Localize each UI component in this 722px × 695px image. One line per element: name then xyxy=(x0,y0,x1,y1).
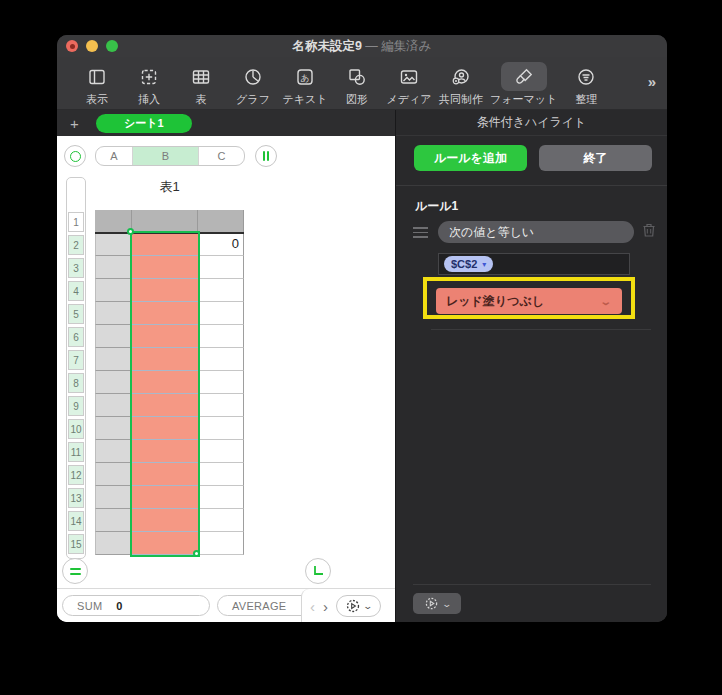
row-number-14[interactable]: 14 xyxy=(68,511,84,531)
chart-icon xyxy=(243,67,263,87)
toolbar-item-label: フォーマット xyxy=(490,92,557,107)
table-cell[interactable] xyxy=(95,256,132,279)
toolbar-item-table[interactable]: 表 xyxy=(178,62,224,107)
column-ref-b[interactable]: B xyxy=(133,147,199,165)
table-cell[interactable] xyxy=(95,532,132,555)
table-cell[interactable] xyxy=(95,463,132,486)
table-cell[interactable] xyxy=(198,394,244,417)
table-cell[interactable] xyxy=(95,417,132,440)
add-rule-button[interactable]: ルールを追加 xyxy=(414,145,527,171)
table-cell[interactable] xyxy=(198,348,244,371)
row-number-1[interactable]: 1 xyxy=(68,212,84,232)
svg-text:あ: あ xyxy=(300,72,309,82)
add-sheet-button[interactable]: + xyxy=(70,115,96,132)
table-cell[interactable] xyxy=(95,325,132,348)
table-cell[interactable] xyxy=(95,440,132,463)
table-cell[interactable] xyxy=(95,348,132,371)
table-cell[interactable]: 0 xyxy=(198,233,244,256)
done-button[interactable]: 終了 xyxy=(539,145,652,171)
row-number-15[interactable]: 15 xyxy=(68,534,84,554)
toolbar-item-view[interactable]: 表示 xyxy=(74,62,120,107)
toolbar-item-insert[interactable]: 挿入 xyxy=(126,62,172,107)
cell-reference-token[interactable]: $C$2 ▾ xyxy=(444,256,493,272)
row-number-8[interactable]: 8 xyxy=(68,373,84,393)
toolbar-item-format[interactable]: フォーマット xyxy=(490,62,557,107)
row-number-4[interactable]: 4 xyxy=(68,281,84,301)
table-cell[interactable] xyxy=(198,325,244,348)
table-cell[interactable] xyxy=(95,279,132,302)
minimize-button[interactable] xyxy=(86,40,98,52)
toolbar-item-label: グラフ xyxy=(236,92,270,107)
style-dropdown[interactable]: レッド塗りつぶし ⌄ xyxy=(436,288,622,314)
pause-handle-button[interactable] xyxy=(255,145,277,167)
toolbar-item-organize[interactable]: 整理 xyxy=(563,62,609,107)
toolbar-item-text[interactable]: あテキスト xyxy=(282,62,328,107)
prev-arrow-icon[interactable]: ‹ xyxy=(310,598,315,615)
sheet-tab[interactable]: シート1 xyxy=(96,114,192,133)
rule-options-button[interactable]: ⌄ xyxy=(413,593,461,614)
table-cell[interactable] xyxy=(198,532,244,555)
table-cell[interactable] xyxy=(95,371,132,394)
selection-handle-top[interactable] xyxy=(127,228,134,235)
table-cell[interactable] xyxy=(95,302,132,325)
zoom-button[interactable] xyxy=(106,40,118,52)
toolbar-overflow-chevron-icon[interactable]: » xyxy=(648,73,654,90)
table-cell[interactable] xyxy=(198,302,244,325)
toolbar-item-chart[interactable]: グラフ xyxy=(230,62,276,107)
header-cell-c[interactable] xyxy=(198,210,244,233)
rule-value-field[interactable]: $C$2 ▾ xyxy=(438,253,630,275)
toolbar-item-label: 挿入 xyxy=(138,92,160,107)
table-header-row[interactable] xyxy=(95,210,244,233)
table-cell[interactable] xyxy=(95,233,132,256)
row-number-9[interactable]: 9 xyxy=(68,396,84,416)
row-number-7[interactable]: 7 xyxy=(68,350,84,370)
table-cell[interactable] xyxy=(95,486,132,509)
rule-drag-handle[interactable] xyxy=(413,227,428,238)
sum-pill[interactable]: SUM 0 xyxy=(62,595,210,616)
panel-bottom-divider xyxy=(413,584,651,585)
column-ref-c[interactable]: C xyxy=(199,147,244,165)
table-cell[interactable] xyxy=(198,256,244,279)
table-title: 表1 xyxy=(95,178,244,196)
table-cell[interactable] xyxy=(198,279,244,302)
selection-handle-bottom[interactable] xyxy=(193,550,200,557)
selection-border-b2-b15[interactable] xyxy=(130,231,200,557)
table-cell[interactable] xyxy=(198,371,244,394)
table-cell[interactable] xyxy=(95,509,132,532)
calc-options-button[interactable]: ⌄ xyxy=(336,595,381,617)
row-number-11[interactable]: 11 xyxy=(68,442,84,462)
toolbar-item-collaborate[interactable]: 共同制作 xyxy=(438,62,484,107)
header-cell-b[interactable] xyxy=(132,210,198,233)
table-resize-button[interactable] xyxy=(305,558,331,584)
next-arrow-icon[interactable]: › xyxy=(323,598,328,615)
row-number-2[interactable]: 2 xyxy=(68,235,84,255)
toolbar-item-media[interactable]: メディア xyxy=(386,62,432,107)
row-number-3[interactable]: 3 xyxy=(68,258,84,278)
table-cell[interactable] xyxy=(198,486,244,509)
table-cell[interactable] xyxy=(198,463,244,486)
table-cell[interactable] xyxy=(198,440,244,463)
table-cell[interactable] xyxy=(95,394,132,417)
condition-dropdown[interactable]: 次の値と等しい xyxy=(438,221,634,243)
close-button[interactable] xyxy=(66,40,78,52)
table-cell[interactable] xyxy=(198,509,244,532)
row-number-12[interactable]: 12 xyxy=(68,465,84,485)
panel-title: 条件付きハイライト xyxy=(396,110,667,136)
toolbar-item-shape[interactable]: 図形 xyxy=(334,62,380,107)
row-number-5[interactable]: 5 xyxy=(68,304,84,324)
delete-rule-button[interactable] xyxy=(642,222,656,242)
table-handle-button[interactable] xyxy=(64,145,86,167)
row-number-10[interactable]: 10 xyxy=(68,419,84,439)
add-row-button[interactable] xyxy=(62,558,88,584)
row-number-6[interactable]: 6 xyxy=(68,327,84,347)
row-number-13[interactable]: 13 xyxy=(68,488,84,508)
style-chevron-down-icon: ⌄ xyxy=(599,296,627,307)
column-ref-a[interactable]: A xyxy=(96,147,133,165)
toolbar-item-label: メディア xyxy=(386,92,431,107)
quick-calc-controls: ‹ › ⌄ xyxy=(301,589,395,622)
sheet-tab-bar: + シート1 xyxy=(57,110,395,136)
table-cell[interactable] xyxy=(198,417,244,440)
resize-corner-icon xyxy=(311,564,325,578)
toolbar-item-label: 図形 xyxy=(346,92,368,107)
trash-icon xyxy=(642,222,656,238)
